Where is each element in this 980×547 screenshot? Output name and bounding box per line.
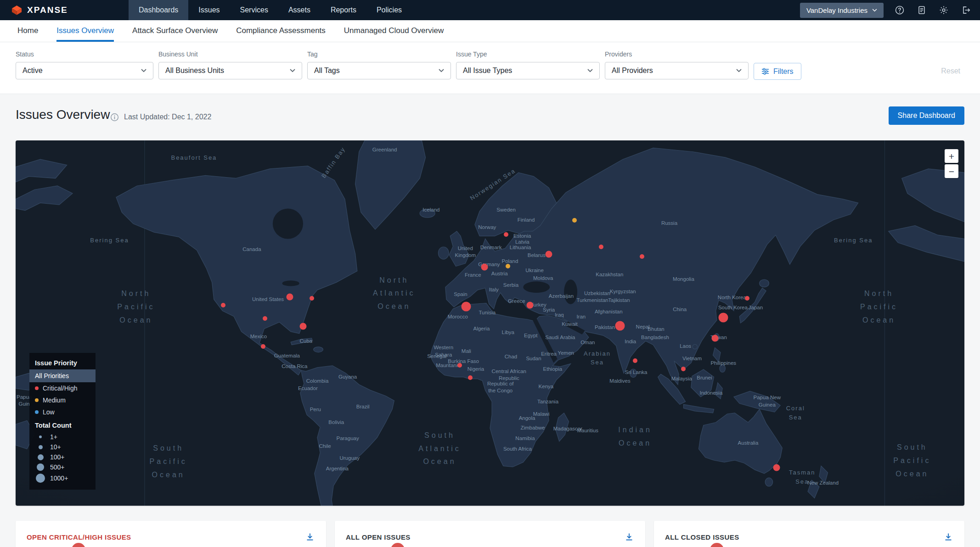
xpanse-logo-icon [11,5,23,16]
summary-cards: OPEN CRITICAL/HIGH ISSUESALL OPEN ISSUES… [16,521,964,547]
issue-point[interactable] [462,302,471,312]
settings-icon[interactable] [939,5,949,15]
filter-select-status[interactable]: Active [16,62,153,79]
filter-fields: StatusActiveBusiness UnitAll Business Un… [16,50,749,79]
brand[interactable]: XPANSE [0,0,129,20]
legend-priorities: Critical/HighMediumLow [29,382,96,418]
summary-card-open-critical-high-issues: OPEN CRITICAL/HIGH ISSUES [16,521,326,547]
map-legend: Issue Priority All Priorities Critical/H… [29,353,96,490]
issue-point[interactable] [773,464,780,471]
nav-item-issues[interactable]: Issues [188,0,230,20]
filter-select-tag[interactable]: All Tags [307,62,451,79]
tab-compliance-assessments[interactable]: Compliance Assessments [236,20,326,42]
filter-providers: ProvidersAll Providers [605,50,749,79]
count-dot-wrap [35,474,46,483]
priority-dot-icon [35,398,39,402]
topnav-menu: DashboardsIssuesServicesAssetsReportsPol… [129,0,412,20]
issue-point[interactable] [546,251,552,257]
tab-unmanaged-cloud-overview[interactable]: Unmanaged Cloud Overview [344,20,444,42]
donut-chart [391,543,405,547]
issue-point[interactable] [633,358,637,363]
report-icon[interactable] [917,5,927,15]
reset-button[interactable]: Reset [938,67,963,76]
issue-point[interactable] [599,245,603,249]
zoom-in-button[interactable]: + [945,149,958,163]
issue-point[interactable] [719,313,728,323]
topnav: XPANSE DashboardsIssuesServicesAssetsRep… [0,0,980,20]
nav-item-policies[interactable]: Policies [366,0,412,20]
count-dot-wrap [35,463,46,471]
issue-point[interactable] [299,323,306,330]
download-icon[interactable] [624,532,634,542]
card-title: ALL CLOSED ISSUES [665,533,739,541]
count-dot-icon [39,435,42,438]
tab-attack-surface-overview[interactable]: Attack Surface Overview [132,20,218,42]
tab-issues-overview[interactable]: Issues Overview [56,20,114,42]
filter-status: StatusActive [16,50,153,79]
signout-icon[interactable] [961,5,971,15]
donut-chart [72,543,85,547]
count-dot-icon [37,463,44,471]
chevron-down-icon [439,69,444,73]
legend-priority-low[interactable]: Low [29,406,96,418]
legend-priority-label: Low [43,408,55,416]
issue-point[interactable] [615,321,625,331]
card-header: OPEN CRITICAL/HIGH ISSUES [16,521,326,542]
org-selector-button[interactable]: VanDelay Industries [800,3,884,18]
legend-count-500: 500+ [29,462,96,472]
priority-dot-icon [35,386,39,390]
download-icon[interactable] [305,532,315,542]
tab-home[interactable]: Home [17,20,38,42]
issues-map[interactable]: North Pacific OceanNorth Atlantic OceanN… [16,140,964,506]
issue-point[interactable] [506,264,510,268]
issue-point[interactable] [681,367,686,371]
chevron-down-icon [587,69,593,73]
issue-point[interactable] [221,303,225,307]
org-name: VanDelay Industries [806,6,867,14]
issue-point[interactable] [745,296,749,301]
summary-card-all-open-issues: ALL OPEN ISSUES [335,521,645,547]
share-dashboard-button[interactable]: Share Dashboard [889,106,964,125]
nav-item-services[interactable]: Services [230,0,278,20]
issue-point[interactable] [526,301,533,308]
issue-point[interactable] [263,316,267,321]
issue-point[interactable] [457,363,462,368]
zoom-controls: + − [945,149,958,178]
issue-point[interactable] [468,375,473,380]
filter-select-issue-type[interactable]: All Issue Types [456,62,600,79]
filter-value-tag: All Tags [314,67,340,75]
issue-point[interactable] [287,294,293,301]
issue-point[interactable] [504,232,508,237]
legend-count-10: 10+ [29,442,96,452]
nav-item-assets[interactable]: Assets [278,0,321,20]
issue-point[interactable] [261,344,265,349]
legend-priority-medium[interactable]: Medium [29,394,96,406]
legend-priority-critical-high[interactable]: Critical/High [29,382,96,394]
filter-business-unit: Business UnitAll Business Units [158,50,302,79]
legend-all-priorities[interactable]: All Priorities [29,369,96,382]
filters-button[interactable]: Filters [754,63,801,80]
card-title: OPEN CRITICAL/HIGH ISSUES [27,533,131,541]
dashboard-tabs: HomeIssues OverviewAttack Surface Overvi… [0,20,980,42]
filter-select-business-unit[interactable]: All Business Units [158,62,302,79]
priority-dot-icon [35,410,39,414]
issue-point[interactable] [640,254,644,259]
issue-point[interactable] [572,218,577,223]
legend-count-label: 1000+ [50,474,68,482]
filter-label-providers: Providers [605,50,749,58]
filter-issue-type: Issue TypeAll Issue Types [456,50,600,79]
card-header: ALL CLOSED ISSUES [654,521,964,542]
help-icon[interactable] [895,5,905,15]
legend-count-label: 100+ [50,453,65,461]
nav-item-reports[interactable]: Reports [321,0,366,20]
issue-point[interactable] [711,335,718,342]
zoom-out-button[interactable]: − [945,164,958,178]
legend-count-label: 1+ [50,433,57,441]
issue-point[interactable] [310,296,314,301]
issue-point[interactable] [481,264,488,271]
legend-priority-label: Critical/High [43,385,77,392]
download-icon[interactable] [943,532,953,542]
nav-item-dashboards[interactable]: Dashboards [129,0,188,20]
filter-select-providers[interactable]: All Providers [605,62,749,79]
chevron-down-icon [872,9,877,12]
